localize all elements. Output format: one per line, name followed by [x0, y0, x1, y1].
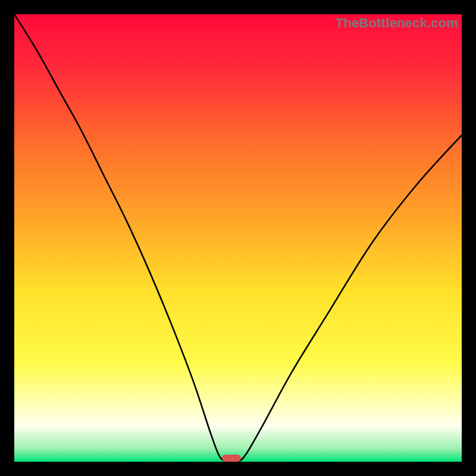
chart-frame: TheBottleneck.com — [0, 0, 476, 476]
optimal-marker — [222, 455, 241, 462]
bottleneck-curve — [14, 14, 462, 462]
plot-area: TheBottleneck.com — [14, 14, 462, 462]
